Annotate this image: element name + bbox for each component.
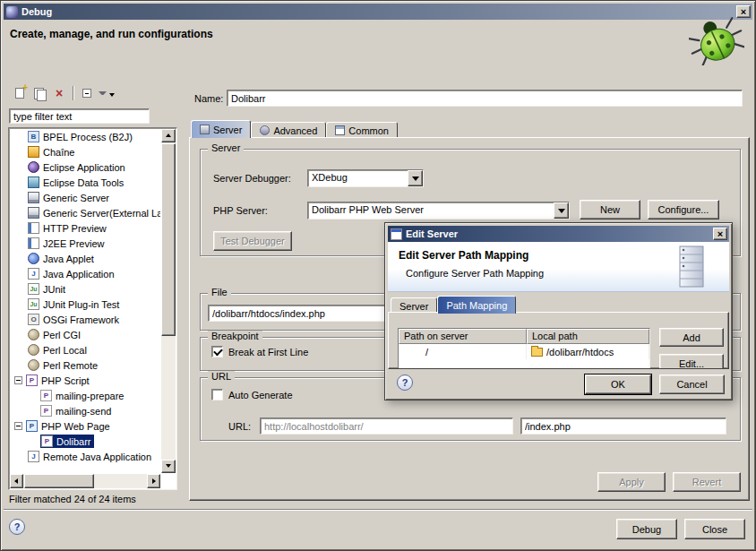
- php-file-icon: [40, 390, 52, 401]
- apply-button[interactable]: Apply: [597, 472, 666, 492]
- test-debugger-button[interactable]: Test Debugger: [213, 231, 292, 251]
- tree-item[interactable]: Generic Server: [10, 190, 160, 205]
- tree-item-php-script[interactable]: PHP Script: [10, 373, 160, 388]
- dialog-help-button[interactable]: ?: [397, 375, 413, 391]
- scroll-up-icon[interactable]: [161, 129, 176, 142]
- column-path-on-server[interactable]: Path on server: [399, 329, 527, 344]
- tree-item[interactable]: Perl Remote: [10, 357, 160, 373]
- url-path-input[interactable]: [520, 418, 726, 435]
- tree-item[interactable]: Java Application: [10, 266, 160, 281]
- table-row[interactable]: / /dolibarr/htdocs: [399, 344, 649, 359]
- debug-window: Debug × Create, manage, and run configur…: [0, 0, 756, 551]
- url-label: URL:: [228, 421, 251, 432]
- new-configuration-icon[interactable]: [10, 85, 30, 101]
- debug-button[interactable]: Debug: [616, 519, 677, 539]
- tab-label: Server: [213, 125, 242, 135]
- tree-item-dolibarr[interactable]: Dolibarr: [10, 434, 160, 449]
- tree-horizontal-scrollbar[interactable]: [10, 474, 160, 488]
- tab-label: Server: [399, 301, 428, 312]
- column-local-path[interactable]: Local path: [527, 329, 649, 344]
- tree-item[interactable]: Chaîne: [10, 144, 160, 159]
- tab-path-mapping[interactable]: Path Mapping: [437, 296, 516, 314]
- tab-label: Path Mapping: [446, 300, 507, 311]
- auto-generate-checkbox[interactable]: [211, 389, 223, 400]
- scroll-right-icon[interactable]: [147, 474, 160, 488]
- tab-advanced[interactable]: Advanced: [251, 122, 326, 138]
- bug-image: [689, 15, 744, 65]
- configure-server-button[interactable]: Configure...: [648, 200, 719, 220]
- breakpoint-group-title: Breakpoint: [208, 331, 262, 341]
- tree-item[interactable]: Eclipse Application: [10, 159, 160, 175]
- window-title: Debug: [21, 6, 736, 17]
- dropdown-arrow-icon[interactable]: [554, 202, 569, 219]
- toolbar-separator: [73, 86, 73, 100]
- folder-icon: [531, 348, 543, 357]
- tree-item[interactable]: Java Applet: [10, 251, 160, 266]
- php-file-icon: [41, 435, 53, 447]
- scrollbar-thumb[interactable]: [24, 474, 94, 488]
- tree-item[interactable]: J2EE Preview: [10, 236, 160, 251]
- collapse-expander-icon[interactable]: [14, 422, 22, 430]
- tree-item-label: PHP Script: [41, 375, 90, 386]
- delete-icon[interactable]: [49, 85, 69, 101]
- tree-item[interactable]: mailing-prepare: [10, 388, 160, 403]
- tree-item-label: Dolibarr: [56, 436, 91, 447]
- close-button[interactable]: Close: [684, 519, 745, 539]
- table-header-row: Path on server Local path: [399, 329, 649, 344]
- php-server-select[interactable]: Dolibarr PHP Web Server: [307, 202, 570, 220]
- dialog-window-icon: [391, 228, 402, 240]
- tree-item[interactable]: Perl Local: [10, 342, 160, 357]
- tree-item[interactable]: HTTP Preview: [10, 220, 160, 236]
- collapse-all-icon[interactable]: [77, 85, 97, 101]
- revert-button[interactable]: Revert: [673, 472, 741, 492]
- window-icon: [6, 6, 18, 18]
- edit-mapping-button[interactable]: Edit...: [659, 354, 724, 369]
- ok-button[interactable]: OK: [585, 375, 651, 394]
- configuration-tabs: Server Advanced Common: [191, 120, 398, 138]
- tree-item[interactable]: JUnit Plug-in Test: [10, 297, 160, 312]
- tree-item[interactable]: Perl CGI: [10, 327, 160, 342]
- cancel-button[interactable]: Cancel: [659, 375, 725, 394]
- collapse-expander-icon[interactable]: [14, 376, 22, 384]
- tree-item-label: Perl Local: [43, 345, 87, 356]
- help-button[interactable]: ?: [9, 519, 25, 535]
- add-mapping-button[interactable]: Add: [659, 328, 724, 347]
- tree-item[interactable]: Eclipse Data Tools: [10, 175, 160, 190]
- tree-item[interactable]: mailing-send: [10, 403, 160, 418]
- url-base-input[interactable]: [260, 418, 513, 435]
- eclipse-data-tools-icon: [28, 176, 39, 188]
- scrollbar-thumb[interactable]: [161, 143, 176, 336]
- path-mapping-panel: Path on server Local path / /dolibarr/ht…: [388, 312, 729, 369]
- configurations-tree: BPEL Process (B2J) Chaîne Eclipse Applic…: [8, 127, 177, 490]
- tree-item-label: JUnit: [43, 284, 65, 295]
- filter-input[interactable]: [9, 108, 150, 124]
- window-titlebar[interactable]: Debug ×: [4, 4, 752, 20]
- tab-server[interactable]: Server: [191, 120, 251, 138]
- tree-item[interactable]: JUnit: [10, 281, 160, 297]
- tab-common[interactable]: Common: [326, 122, 398, 138]
- path-on-server-cell: /: [399, 344, 527, 359]
- tree-item-label: Java Application: [43, 269, 115, 280]
- new-server-button[interactable]: New: [580, 200, 640, 220]
- tree-item[interactable]: OSGi Framework: [10, 312, 160, 327]
- filter-menu-icon[interactable]: [97, 85, 116, 101]
- scroll-left-icon[interactable]: [10, 474, 23, 488]
- dropdown-arrow-icon[interactable]: [408, 170, 423, 186]
- dialog-close-button[interactable]: ×: [713, 228, 727, 240]
- bpel-process-icon: [28, 131, 39, 142]
- footer-separator: [4, 509, 752, 511]
- server-debugger-select[interactable]: XDebug: [307, 169, 424, 187]
- tree-item[interactable]: Generic Server(External La: [10, 205, 160, 220]
- break-at-first-line-checkbox[interactable]: [211, 346, 223, 357]
- tree-item[interactable]: BPEL Process (B2J): [10, 129, 160, 144]
- dialog-titlebar[interactable]: Edit Server ×: [388, 226, 729, 242]
- http-preview-icon: [28, 222, 39, 234]
- duplicate-icon[interactable]: [30, 85, 49, 101]
- tree-vertical-scrollbar[interactable]: [161, 129, 176, 473]
- tree-item[interactable]: Remote Java Application: [10, 449, 160, 464]
- name-input[interactable]: [227, 90, 743, 107]
- dialog-button-bar: ? OK Cancel: [388, 369, 729, 397]
- generic-server-external-icon: [28, 207, 39, 219]
- tree-item-php-web-page[interactable]: PHP Web Page: [10, 418, 160, 434]
- scroll-down-icon[interactable]: [161, 460, 176, 473]
